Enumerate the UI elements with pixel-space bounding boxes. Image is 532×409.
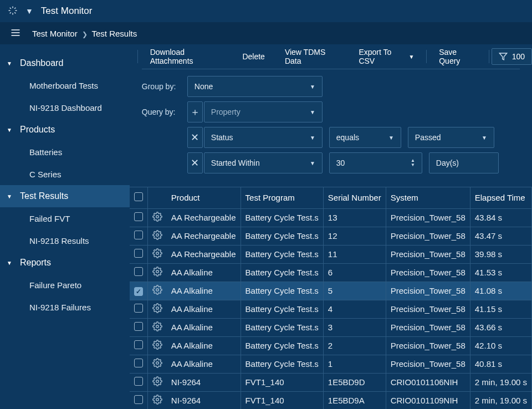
row-checkbox-cell[interactable] — [130, 391, 148, 409]
cell-elapsed: 41.53 s — [470, 263, 531, 282]
header-system[interactable]: System — [386, 187, 470, 208]
row-checkbox[interactable] — [134, 377, 143, 386]
row-checkbox-cell[interactable] — [130, 208, 148, 227]
breadcrumb-current[interactable]: Test Results — [91, 29, 137, 38]
table-row[interactable]: AA AlkalineBattery Cycle Test.s4Precisio… — [130, 300, 532, 318]
header-elapsed[interactable]: Elapsed Time — [470, 187, 531, 208]
row-checkbox-cell[interactable] — [130, 245, 148, 263]
nav-item[interactable]: NI-9218 Failures — [0, 296, 130, 318]
row-gear-cell[interactable] — [147, 300, 167, 318]
nav-item[interactable]: C Series — [0, 163, 130, 185]
nav-section[interactable]: ▼Products — [0, 119, 130, 141]
row-checkbox[interactable] — [134, 304, 143, 313]
delete-button[interactable]: Delete — [232, 44, 274, 69]
remove-query-row-button[interactable]: ✕ — [187, 127, 203, 148]
gear-icon[interactable] — [152, 214, 162, 223]
row-gear-cell[interactable] — [147, 263, 167, 282]
row-checkbox-cell[interactable] — [130, 227, 148, 245]
gear-icon[interactable] — [152, 342, 162, 351]
row-gear-cell[interactable] — [147, 336, 167, 355]
table-row[interactable]: AA AlkalineBattery Cycle Test.s6Precisio… — [130, 263, 532, 282]
row-checkbox-cell[interactable] — [130, 282, 148, 300]
row-checkbox-cell[interactable] — [130, 263, 148, 282]
gear-icon[interactable] — [152, 360, 162, 370]
gear-icon[interactable] — [152, 232, 162, 242]
row-checkbox-cell[interactable] — [130, 300, 148, 318]
query-unit-select[interactable]: Day(s) — [429, 152, 499, 173]
nav-section[interactable]: ▼Reports — [0, 252, 130, 274]
gear-icon[interactable] — [152, 250, 162, 260]
nav-item[interactable]: Failed FVT — [0, 207, 130, 229]
row-checkbox-cell[interactable] — [130, 373, 148, 391]
header-product[interactable]: Product — [167, 187, 241, 208]
property-select[interactable]: Property▼ — [204, 101, 323, 122]
menu-icon[interactable] — [10, 27, 21, 40]
row-checkbox-cell[interactable] — [130, 355, 148, 373]
nav-item[interactable]: NI-9218 Results — [0, 229, 130, 252]
nav-section[interactable]: ▼Dashboard — [0, 52, 130, 74]
save-query-button[interactable]: Save Query — [429, 44, 486, 69]
query-number-input[interactable]: 30▲▼ — [329, 152, 422, 173]
query-value-select[interactable]: Passed▼ — [408, 127, 494, 148]
svg-point-10 — [156, 325, 159, 328]
row-gear-cell[interactable] — [147, 282, 167, 300]
breadcrumb-root[interactable]: Test Monitor — [32, 29, 78, 38]
table-row[interactable]: AA AlkalineBattery Cycle Test.s1Precisio… — [130, 355, 532, 373]
nav-item[interactable]: NI-9218 Dashboard — [0, 96, 130, 119]
row-gear-cell[interactable] — [147, 208, 167, 227]
query-property-select[interactable]: Started Within▼ — [204, 152, 323, 173]
app-dropdown-icon[interactable]: ▼ — [25, 7, 33, 16]
row-checkbox-cell[interactable] — [130, 336, 148, 355]
filter-count-chip[interactable]: 100 — [492, 48, 532, 65]
table-row[interactable]: AA AlkalineBattery Cycle Test.s2Precisio… — [130, 336, 532, 355]
row-gear-cell[interactable] — [147, 318, 167, 336]
header-checkbox-cell[interactable] — [130, 187, 148, 208]
view-tdms-button[interactable]: View TDMS Data — [275, 44, 349, 69]
remove-query-row-button[interactable]: ✕ — [187, 152, 203, 173]
query-operator-select[interactable]: equals▼ — [329, 127, 401, 148]
group-by-select[interactable]: None▼ — [187, 76, 323, 97]
row-checkbox[interactable] — [134, 231, 143, 239]
add-query-button[interactable]: ＋ — [187, 101, 203, 122]
gear-icon[interactable] — [152, 397, 162, 406]
gear-icon[interactable] — [152, 379, 162, 388]
gear-icon[interactable] — [152, 287, 162, 296]
nav-section[interactable]: ▼Test Results — [0, 185, 130, 207]
table-row[interactable]: AA RechargeableBattery Cycle Test.s13Pre… — [130, 208, 532, 227]
row-gear-cell[interactable] — [147, 391, 167, 409]
select-all-checkbox[interactable] — [134, 192, 143, 201]
row-checkbox[interactable] — [134, 395, 143, 404]
row-gear-cell[interactable] — [147, 245, 167, 263]
header-serial[interactable]: Serial Number — [323, 187, 386, 208]
app-icon[interactable] — [8, 6, 18, 17]
nav-item[interactable]: Motherboard Tests — [0, 74, 130, 96]
row-checkbox[interactable] — [134, 340, 143, 349]
download-attachments-button[interactable]: Download Attachments — [140, 44, 233, 69]
nav-item[interactable]: Failure Pareto — [0, 274, 130, 296]
row-gear-cell[interactable] — [147, 355, 167, 373]
row-checkbox[interactable] — [134, 249, 143, 258]
row-checkbox[interactable] — [134, 287, 143, 296]
row-checkbox[interactable] — [134, 267, 143, 276]
gear-icon[interactable] — [152, 269, 162, 278]
export-csv-button[interactable]: Export To CSV▼ — [349, 44, 424, 69]
row-gear-cell[interactable] — [147, 227, 167, 245]
query-property-select[interactable]: Status▼ — [204, 127, 323, 148]
gear-icon[interactable] — [152, 305, 162, 315]
table-row[interactable]: AA AlkalineBattery Cycle Test.s5Precisio… — [130, 282, 532, 300]
gear-icon[interactable] — [152, 324, 162, 333]
row-checkbox[interactable] — [134, 359, 143, 367]
table-row[interactable]: AA RechargeableBattery Cycle Test.s12Pre… — [130, 227, 532, 245]
table-row[interactable]: AA AlkalineBattery Cycle Test.s3Precisio… — [130, 318, 532, 336]
row-gear-cell[interactable] — [147, 373, 167, 391]
row-checkbox[interactable] — [134, 212, 143, 221]
row-checkbox[interactable] — [134, 322, 143, 331]
nav-item-label: Batteries — [29, 147, 62, 157]
spinner-icon[interactable]: ▲▼ — [411, 159, 415, 167]
header-program[interactable]: Test Program — [241, 187, 323, 208]
table-row[interactable]: NI-9264FVT1_1401E5BD9ACRIO0101109NIH2 mi… — [130, 391, 532, 409]
table-row[interactable]: NI-9264FVT1_1401E5BD9DCRIO0101106NIH2 mi… — [130, 373, 532, 391]
table-row[interactable]: AA RechargeableBattery Cycle Test.s11Pre… — [130, 245, 532, 263]
nav-item[interactable]: Batteries — [0, 141, 130, 163]
row-checkbox-cell[interactable] — [130, 318, 148, 336]
